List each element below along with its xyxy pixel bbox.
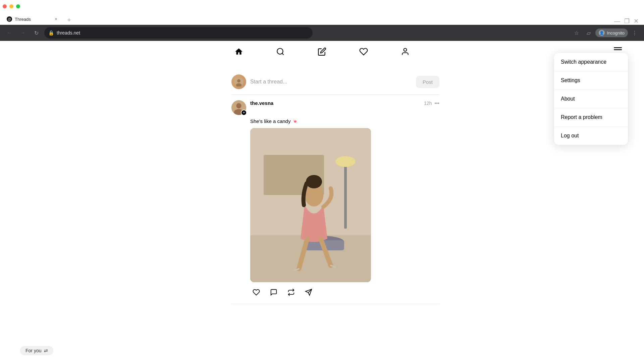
thread-input-placeholder[interactable]: Start a thread... (250, 79, 412, 85)
svg-point-7 (237, 79, 240, 82)
post-text: She's like a candy 🍬 (250, 118, 439, 125)
close-button[interactable]: ✕ (634, 17, 639, 25)
post-body: She's like a candy 🍬 (250, 118, 439, 282)
comment-button[interactable] (268, 286, 280, 298)
like-button[interactable] (250, 286, 262, 298)
url-text: threads.net (57, 30, 80, 36)
feed-area: Start a thread... Post (231, 69, 439, 304)
tab-favicon: @ (7, 16, 12, 22)
sidebar (0, 41, 27, 362)
current-user-avatar (231, 74, 246, 89)
address-bar[interactable]: 🔒 threads.net (44, 27, 313, 39)
svg-point-3 (404, 48, 407, 51)
for-you-icon: ⇄ (44, 348, 48, 353)
post-image-inner (250, 128, 371, 282)
new-thread-composer: Start a thread... Post (231, 69, 439, 95)
incognito-button[interactable]: 👤 Incognito (595, 28, 628, 37)
browser-toolbar: ← → ↻ 🔒 threads.net ☆ ▱ 👤 Incognito ⋮ (0, 25, 644, 41)
nav-compose-button[interactable] (315, 44, 329, 59)
for-you-label: For you (25, 348, 41, 353)
restore-button[interactable]: ❐ (624, 17, 630, 25)
nav-activity-button[interactable] (356, 44, 371, 59)
svg-line-2 (282, 53, 284, 55)
dropdown-menu: Switch appearance Settings About Report … (554, 53, 628, 145)
new-tab-button[interactable]: + (64, 15, 74, 25)
forward-button: → (17, 27, 28, 38)
browser-chrome: @ Threads × + — ❐ ✕ ← → ↻ 🔒 threads.net … (0, 0, 644, 41)
incognito-icon: 👤 (599, 30, 605, 36)
add-icon: + (243, 110, 245, 115)
nav-profile-button[interactable] (398, 44, 413, 59)
browser-tab-active[interactable]: @ Threads × (3, 13, 63, 25)
sidebar-button[interactable]: ▱ (583, 27, 594, 38)
post-meta: the.vesna 12h ••• (250, 100, 439, 106)
post-item: + the.vesna 12h ••• (231, 95, 439, 304)
window-controls: — ❐ ✕ (614, 17, 641, 25)
post-button[interactable]: Post (416, 76, 439, 88)
refresh-button[interactable]: ↻ (31, 27, 42, 38)
post-actions (250, 286, 439, 298)
svg-point-1 (277, 48, 283, 54)
repost-button[interactable] (285, 286, 297, 298)
about-item[interactable]: About (554, 90, 628, 108)
minimize-button[interactable]: — (614, 18, 620, 25)
svg-rect-15 (344, 162, 347, 229)
post-image[interactable] (250, 128, 371, 282)
tab-title: Threads (15, 17, 50, 22)
nav-home-button[interactable] (231, 44, 246, 59)
post-author-name[interactable]: the.vesna (250, 100, 273, 106)
top-navigation (27, 41, 644, 62)
switch-appearance-item[interactable]: Switch appearance (554, 53, 628, 71)
svg-rect-5 (614, 49, 622, 50)
svg-point-23 (306, 175, 322, 188)
bookmark-button[interactable]: ☆ (571, 27, 582, 38)
share-button[interactable] (303, 286, 315, 298)
post-time: 12h (424, 101, 432, 106)
svg-point-10 (236, 103, 241, 108)
logout-item[interactable]: Log out (554, 127, 628, 145)
follow-add-button[interactable]: + (241, 110, 247, 116)
back-button: ← (4, 27, 15, 38)
post-header: + the.vesna 12h ••• (231, 100, 439, 115)
settings-item[interactable]: Settings (554, 71, 628, 90)
report-problem-item[interactable]: Report a problem (554, 108, 628, 127)
post-time-more: 12h ••• (424, 101, 439, 106)
incognito-label: Incognito (607, 31, 625, 36)
post-more-button[interactable]: ••• (434, 101, 439, 106)
browser-tab-bar: @ Threads × + — ❐ ✕ (0, 13, 644, 25)
post-avatar-wrapper: + (231, 100, 246, 115)
svg-point-16 (335, 156, 356, 167)
more-options-button[interactable]: ⋮ (629, 27, 640, 38)
lock-icon: 🔒 (48, 30, 54, 36)
browser-titlebar (0, 0, 644, 13)
tab-close-button[interactable]: × (53, 16, 59, 22)
for-you-tab[interactable]: For you ⇄ (20, 346, 53, 355)
svg-rect-4 (614, 47, 622, 48)
nav-search-button[interactable] (273, 44, 288, 59)
page-content: Start a thread... Post (0, 41, 644, 362)
toolbar-right: ☆ ▱ 👤 Incognito ⋮ (571, 27, 640, 38)
main-content: Start a thread... Post (27, 41, 644, 362)
